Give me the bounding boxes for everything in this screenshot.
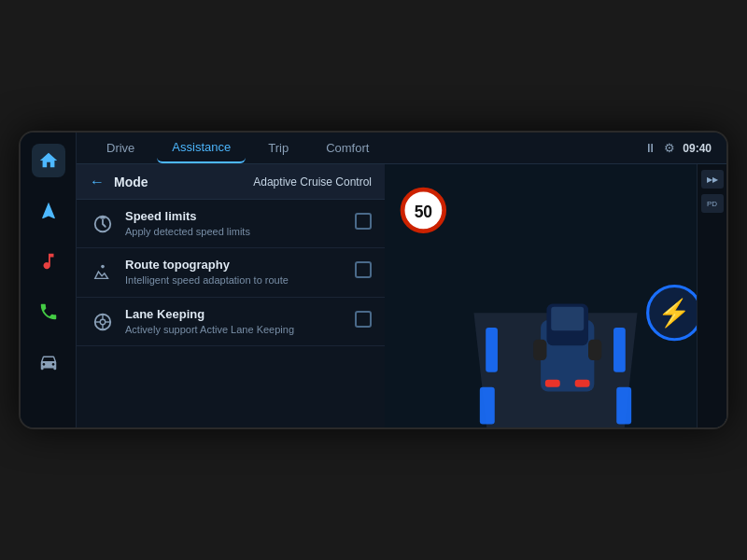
tab-assistance[interactable]: Assistance bbox=[157, 133, 246, 163]
mode-title: Mode bbox=[114, 175, 148, 189]
car-infotainment-screen: Drive Assistance Trip Comfort ⏸ ⚙ 09:40 … bbox=[19, 131, 728, 429]
svg-point-2 bbox=[101, 265, 105, 269]
lane-keeping-text: Lane Keeping Actively support Active Lan… bbox=[125, 307, 345, 336]
svg-rect-32 bbox=[588, 340, 601, 360]
tab-comfort[interactable]: Comfort bbox=[311, 133, 384, 162]
lane-keeping-title: Lane Keeping bbox=[125, 307, 345, 321]
right-status-bar: ▶▶ PD bbox=[697, 164, 726, 429]
svg-rect-28 bbox=[551, 307, 584, 330]
speed-limits-checkbox[interactable] bbox=[355, 213, 372, 230]
sidebar-icon-home[interactable] bbox=[32, 144, 65, 177]
sidebar-icon-car[interactable] bbox=[32, 345, 65, 379]
svg-text:50: 50 bbox=[415, 203, 433, 221]
media-button[interactable]: ▶▶ bbox=[701, 170, 724, 189]
route-topography-text: Route topography Intelligent speed adapt… bbox=[125, 258, 345, 287]
svg-rect-15 bbox=[616, 387, 631, 425]
lane-keeping-checkbox[interactable] bbox=[355, 311, 372, 328]
pause-icon[interactable]: ⏸ bbox=[644, 141, 656, 155]
route-topography-icon bbox=[90, 259, 116, 286]
svg-rect-11 bbox=[486, 328, 498, 372]
mode-header: ← Mode Adaptive Cruise Control bbox=[77, 164, 385, 200]
svg-rect-31 bbox=[533, 340, 546, 360]
nav-tabs: Drive Assistance Trip Comfort ⏸ ⚙ 09:40 bbox=[77, 133, 726, 164]
svg-rect-29 bbox=[545, 380, 560, 387]
settings-list: Speed limits Apply detected speed limits bbox=[77, 200, 385, 429]
speed-limits-text: Speed limits Apply detected speed limits bbox=[125, 209, 345, 238]
pd-button[interactable]: PD bbox=[701, 194, 724, 213]
setting-speed-limits[interactable]: Speed limits Apply detected speed limits bbox=[77, 200, 385, 248]
clock-display: 09:40 bbox=[683, 142, 712, 155]
sidebar-icon-navigation[interactable] bbox=[32, 194, 65, 228]
setting-route-topography[interactable]: Route topography Intelligent speed adapt… bbox=[77, 248, 385, 297]
speed-limits-subtitle: Apply detected speed limits bbox=[125, 225, 345, 238]
car-visualization-svg: ⚡ 50 bbox=[385, 164, 726, 429]
sidebar-icon-music[interactable] bbox=[32, 245, 65, 278]
speed-limits-icon bbox=[90, 211, 116, 237]
setting-lane-keeping[interactable]: Lane Keeping Actively support Active Lan… bbox=[77, 298, 385, 346]
route-topography-subtitle: Intelligent speed adaptation to route bbox=[125, 273, 345, 287]
svg-point-4 bbox=[100, 319, 106, 325]
speed-limits-title: Speed limits bbox=[125, 209, 345, 223]
svg-rect-30 bbox=[575, 380, 590, 387]
svg-rect-12 bbox=[480, 387, 495, 425]
mode-value: Adaptive Cruise Control bbox=[253, 175, 372, 189]
svg-rect-14 bbox=[613, 328, 626, 372]
svg-rect-1 bbox=[100, 217, 106, 219]
lane-keeping-icon bbox=[90, 309, 116, 335]
svg-text:⚡: ⚡ bbox=[657, 297, 691, 329]
left-panel: ← Mode Adaptive Cruise Control bbox=[77, 164, 385, 429]
sidebar bbox=[21, 133, 77, 427]
route-topography-title: Route topography bbox=[125, 258, 345, 272]
main-content: Drive Assistance Trip Comfort ⏸ ⚙ 09:40 … bbox=[77, 133, 726, 427]
content-area: ← Mode Adaptive Cruise Control bbox=[77, 164, 726, 429]
tab-drive[interactable]: Drive bbox=[92, 133, 149, 162]
lane-keeping-subtitle: Actively support Active Lane Keeping bbox=[125, 323, 345, 336]
right-visualization-panel: ⚡ 50 ▶▶ PD ©易车 bbox=[385, 164, 726, 429]
sidebar-icon-phone[interactable] bbox=[32, 295, 65, 329]
tab-trip[interactable]: Trip bbox=[253, 133, 303, 162]
top-right-icons: ⏸ ⚙ 09:40 bbox=[644, 141, 712, 155]
settings-icon[interactable]: ⚙ bbox=[664, 141, 675, 155]
route-topography-checkbox[interactable] bbox=[355, 261, 372, 278]
back-icon[interactable]: ← bbox=[90, 174, 105, 190]
